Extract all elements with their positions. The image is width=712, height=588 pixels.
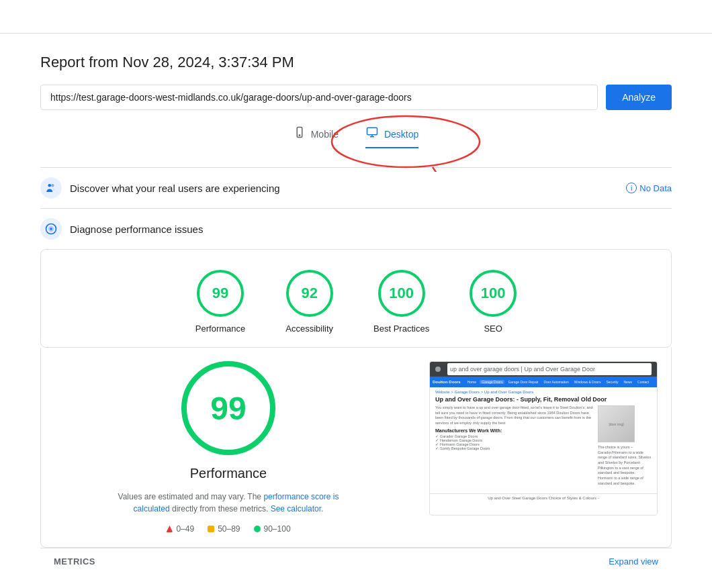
sc-subtitle: Manufacturers We Work With: — [435, 428, 594, 433]
screenshot-body: Doulton Doors Home Garage Doors Garage D… — [430, 377, 657, 515]
nav-item-windows: Windows & Doors — [572, 380, 603, 384]
perf-detail: 99 Performance Values are estimated and … — [40, 348, 672, 548]
sc-breadcrumb: Website > Garage Doors > Up and Over Gar… — [435, 390, 652, 394]
main-content: Report from Nov 28, 2024, 3:37:34 PM Ana… — [0, 34, 712, 588]
big-score-title: Performance — [190, 466, 267, 481]
analyze-button[interactable]: Analyze — [606, 85, 672, 110]
metrics-label: METRICS — [54, 556, 95, 567]
nav-item-garage: Garage Doors — [480, 380, 504, 384]
sc-text-col: You simply want to have a up and over ga… — [435, 405, 594, 488]
info-icon: i — [626, 183, 637, 193]
sc-caption: Up and Over Steel Garage Doors Choice of… — [430, 493, 657, 502]
score-circle-performance: 99 — [197, 270, 244, 317]
score-circle-seo: 100 — [470, 270, 517, 317]
perf-left: 99 Performance Values are estimated and … — [54, 361, 402, 534]
nav-item-auto: Door Automation — [541, 380, 570, 384]
real-users-title: Discover what your real users are experi… — [70, 183, 280, 194]
top-bar — [0, 0, 712, 34]
score-seo[interactable]: 100 SEO — [470, 270, 517, 334]
sc-body-text: You simply want to have a up and over ga… — [435, 405, 594, 426]
score-circles: 99 Performance 92 Accessibility 100 Best… — [54, 270, 658, 334]
svg-point-1 — [299, 135, 300, 136]
svg-rect-2 — [367, 128, 377, 135]
perf-note: Values are estimated and may vary. The p… — [101, 491, 356, 515]
mobile-icon — [294, 126, 306, 142]
screenshot-url-bar: up and over garage doors | Up and Over G… — [447, 363, 652, 375]
mobile-tab-label: Mobile — [311, 129, 339, 140]
screenshot-content: Website > Garage Doors > Up and Over Gar… — [430, 387, 657, 491]
diagnose-left: Diagnose performance issues — [40, 218, 203, 240]
nav-item-news: News — [622, 380, 635, 384]
tab-desktop[interactable]: Desktop — [365, 126, 418, 148]
screenshot-preview: up and over garage doors | Up and Over G… — [429, 361, 658, 516]
desktop-tab-label: Desktop — [384, 129, 418, 140]
nav-item-home: Home — [465, 380, 478, 384]
nav-item-contact: Contact — [635, 380, 651, 384]
no-data-link[interactable]: i No Data — [626, 183, 672, 193]
score-best-practices[interactable]: 100 Best Practices — [373, 270, 429, 334]
perf-right: up and over garage doors | Up and Over G… — [429, 361, 658, 534]
diagnose-icon — [40, 218, 62, 240]
sc-product-image: [door img] — [598, 405, 635, 442]
diagnose-section-header: Diagnose performance issues — [40, 208, 672, 249]
real-users-left: Discover what your real users are experi… — [40, 177, 280, 199]
sc-list-4: ✓ Somfy Bespoke Garage Doors — [435, 446, 594, 450]
sc-title: Up and Over Garage Doors: - Supply, Fit,… — [435, 396, 652, 403]
site-header: Doulton Doors Home Garage Doors Garage D… — [430, 377, 657, 387]
device-tabs: Mobile Desktop — [40, 126, 672, 148]
nav-item-repair: Garage Door Repair — [506, 380, 540, 384]
real-users-icon — [40, 177, 62, 199]
calc-link[interactable]: See calculator. — [271, 504, 324, 513]
nav-item-security: Security — [604, 380, 620, 384]
no-data-label: No Data — [639, 183, 672, 193]
real-users-section: Discover what your real users are experi… — [40, 167, 672, 208]
desktop-icon — [365, 126, 379, 142]
legend-red: 0–49 — [166, 524, 194, 534]
site-logo: Doulton Doors — [433, 380, 461, 384]
report-title: Report from Nov 28, 2024, 3:37:34 PM — [40, 54, 672, 71]
svg-point-7 — [48, 184, 52, 187]
score-performance[interactable]: 99 Performance — [195, 270, 245, 334]
browser-dot-1 — [435, 366, 441, 372]
diagnose-title: Diagnose performance issues — [70, 224, 203, 235]
score-circle-best-practices: 100 — [378, 270, 425, 317]
tab-mobile[interactable]: Mobile — [294, 126, 339, 148]
metrics-row: METRICS Expand view — [40, 548, 672, 572]
big-score-circle: 99 — [181, 361, 275, 455]
legend-green: 90–100 — [254, 524, 291, 534]
svg-point-11 — [50, 228, 52, 230]
sc-body: You simply want to have a up and over ga… — [435, 405, 652, 488]
scores-container: 99 Performance 92 Accessibility 100 Best… — [40, 249, 672, 348]
score-accessibility[interactable]: 92 Accessibility — [285, 270, 333, 334]
score-circle-accessibility: 92 — [286, 270, 333, 317]
expand-view-link[interactable]: Expand view — [609, 556, 658, 567]
legend: 0–49 50–89 90–100 — [166, 524, 290, 534]
url-bar-container: Analyze — [40, 85, 672, 110]
url-input[interactable] — [40, 85, 598, 110]
screenshot-header: up and over garage doors | Up and Over G… — [430, 362, 657, 377]
sc-right-text: The choice is yours – Garador/Hörmann to… — [598, 445, 652, 487]
legend-orange: 50–89 — [208, 524, 240, 534]
svg-point-8 — [51, 184, 54, 187]
